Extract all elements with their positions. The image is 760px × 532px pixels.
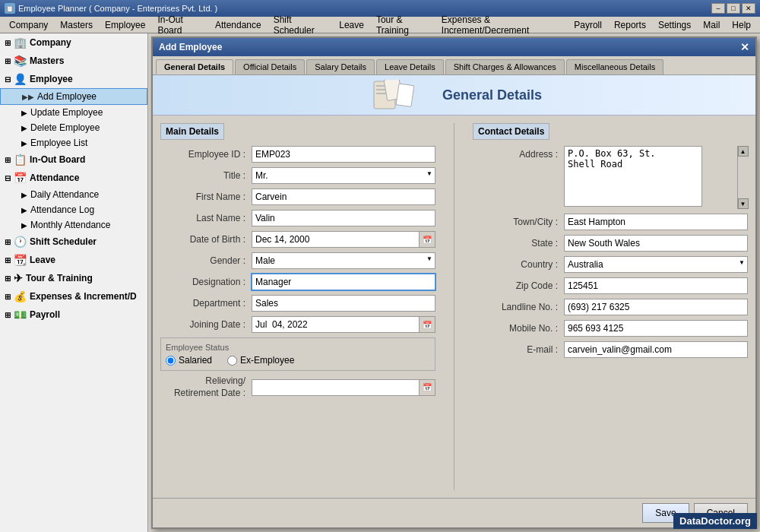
joining-date-calendar-button[interactable]: 📅: [419, 316, 435, 333]
menu-item-leave[interactable]: Leave: [333, 18, 370, 32]
dob-calendar-button[interactable]: 📅: [419, 231, 435, 248]
arrow-icon: ▶: [21, 206, 27, 214]
sidebar-item-masters[interactable]: ⊞ 📚 Masters: [0, 52, 147, 70]
menu-item-attendance[interactable]: Attendance: [209, 18, 268, 32]
tab-misc-details[interactable]: Miscellaneous Details: [566, 59, 663, 74]
department-input[interactable]: [252, 295, 435, 312]
tab-salary-details[interactable]: Salary Details: [306, 59, 375, 74]
relieving-date-row: Relieving/Retirement Date : 📅: [160, 375, 435, 399]
dialog-title-bar: Add Employee ✕: [153, 38, 755, 56]
sidebar-item-attendance-log[interactable]: ▶ Attendance Log: [0, 202, 147, 217]
landline-input[interactable]: [564, 299, 748, 315]
country-row: Country : Australia USA UK India Canada …: [473, 256, 748, 273]
email-row: E-mail :: [473, 341, 748, 358]
tab-shift-charges[interactable]: Shift Charges & Allowances: [445, 59, 565, 74]
svg-rect-5: [396, 84, 414, 107]
sidebar-item-employee[interactable]: ⊟ 👤 Employee: [0, 70, 147, 88]
sidebar-label-add-employee: Add Employee: [37, 91, 97, 102]
expand-icon: ⊞: [5, 57, 11, 65]
sidebar-item-leave[interactable]: ⊞ 📆 Leave: [0, 251, 147, 269]
menu-item-mail[interactable]: Mail: [697, 18, 726, 32]
designation-label: Designation :: [160, 277, 252, 287]
sidebar-label-delete-employee: Delete Employee: [30, 122, 100, 133]
gender-select[interactable]: Male Female Other: [252, 252, 435, 269]
menu-item-settings[interactable]: Settings: [652, 18, 697, 32]
main-layout: ⊞ 🏢 Company ⊞ 📚 Masters ⊟ 👤 Employee ▶▶ …: [0, 33, 760, 532]
tab-leave-details[interactable]: Leave Details: [376, 59, 444, 74]
sidebar-item-employee-list[interactable]: ▶ Employee List: [0, 135, 147, 150]
expand-icon: ⊟: [5, 75, 11, 84]
menu-item-company[interactable]: Company: [3, 18, 54, 32]
first-name-input[interactable]: [252, 188, 435, 205]
menu-item-help[interactable]: Help: [726, 18, 757, 32]
last-name-input[interactable]: [252, 210, 435, 226]
sidebar-item-in-out-board[interactable]: ⊞ 📋 In-Out Board: [0, 150, 147, 169]
sidebar-item-attendance[interactable]: ⊟ 📅 Attendance: [0, 169, 147, 187]
close-button[interactable]: ✕: [742, 3, 755, 14]
sidebar-label-monthly-attendance: Monthly Attendance: [30, 220, 110, 230]
sidebar-label-leave: Leave: [30, 255, 55, 265]
employee-id-row: Employee ID :: [160, 146, 435, 163]
address-input[interactable]: P.O. Box 63, St. Shell Road: [564, 146, 702, 207]
sidebar-label-expenses: Expenses & Increment/D: [30, 291, 137, 302]
scroll-down-button[interactable]: ▼: [738, 198, 749, 209]
sidebar-item-tour-training[interactable]: ⊞ ✈ Tour & Training: [0, 269, 147, 287]
minimize-button[interactable]: –: [711, 3, 725, 14]
status-salaried-radio[interactable]: [166, 356, 176, 366]
sidebar-item-update-employee[interactable]: ▶ Update Employee: [0, 105, 147, 120]
main-details-section: Main Details Employee ID : Title : Mr. M…: [160, 123, 435, 490]
sidebar-label-masters: Masters: [30, 55, 64, 66]
menu-item-employee[interactable]: Employee: [99, 18, 151, 32]
gender-row: Gender : Male Female Other ▼: [160, 252, 435, 269]
status-salaried-label[interactable]: Salaried: [166, 355, 212, 366]
tab-official-details[interactable]: Official Details: [235, 59, 305, 74]
sidebar-item-add-employee[interactable]: ▶▶ Add Employee: [0, 88, 147, 105]
sidebar-label-inout: In-Out Board: [30, 154, 85, 165]
sidebar-item-shift-scheduler[interactable]: ⊞ 🕐 Shift Scheduler: [0, 233, 147, 251]
mobile-input[interactable]: [564, 320, 748, 337]
sidebar-item-delete-employee[interactable]: ▶ Delete Employee: [0, 120, 147, 135]
menu-item-payroll[interactable]: Payroll: [568, 18, 608, 32]
state-label: State :: [473, 238, 564, 249]
designation-input[interactable]: [252, 274, 435, 290]
sidebar-item-monthly-attendance[interactable]: ▶ Monthly Attendance: [0, 217, 147, 233]
title-select[interactable]: Mr. Mrs. Ms. Dr.: [252, 167, 435, 184]
scroll-up-button[interactable]: ▲: [738, 146, 749, 157]
tab-general-details[interactable]: General Details: [156, 59, 233, 74]
town-input[interactable]: [564, 214, 748, 230]
arrow-icon: ▶▶: [22, 93, 34, 101]
state-input[interactable]: [564, 235, 748, 252]
expand-icon: ⊞: [5, 156, 11, 164]
status-ex-employee-label[interactable]: Ex-Employee: [227, 355, 294, 366]
app-title: Employee Planner ( Company - Enterprises…: [18, 4, 217, 13]
status-ex-employee-radio[interactable]: [227, 356, 237, 366]
arrow-icon: ▶: [21, 124, 27, 132]
menu-item-reports[interactable]: Reports: [608, 18, 652, 32]
relieving-date-label: Relieving/Retirement Date :: [160, 375, 252, 399]
address-scrollbar[interactable]: ▲ ▼: [737, 146, 748, 209]
expand-icon: ⊞: [5, 293, 11, 301]
title-bar-controls: – □ ✕: [711, 3, 755, 14]
arrow-icon: ▶: [21, 191, 27, 199]
relieving-date-input[interactable]: [252, 379, 419, 396]
department-label: Department :: [160, 298, 252, 309]
country-select[interactable]: Australia USA UK India Canada: [564, 256, 748, 273]
contact-details-section: Contact Details Address : P.O. Box 63, S…: [473, 123, 748, 490]
town-label: Town/City :: [473, 217, 564, 227]
employee-id-input[interactable]: [252, 146, 435, 163]
gender-select-wrapper: Male Female Other ▼: [252, 252, 435, 269]
zip-row: Zip Code :: [473, 277, 748, 294]
title-label: Title :: [160, 170, 252, 181]
sidebar-item-company[interactable]: ⊞ 🏢 Company: [0, 33, 147, 52]
email-input[interactable]: [564, 341, 748, 358]
maximize-button[interactable]: □: [727, 3, 740, 14]
sidebar-item-daily-attendance[interactable]: ▶ Daily Attendance: [0, 187, 147, 202]
zip-input[interactable]: [564, 277, 748, 294]
relieving-date-calendar-button[interactable]: 📅: [419, 379, 435, 396]
dialog-close-button[interactable]: ✕: [740, 41, 749, 53]
dob-input[interactable]: [252, 231, 419, 248]
sidebar-item-payroll[interactable]: ⊞ 💵 Payroll: [0, 306, 147, 324]
menu-item-masters[interactable]: Masters: [54, 18, 99, 32]
sidebar-item-expenses[interactable]: ⊞ 💰 Expenses & Increment/D: [0, 287, 147, 306]
joining-date-input[interactable]: [252, 316, 419, 333]
